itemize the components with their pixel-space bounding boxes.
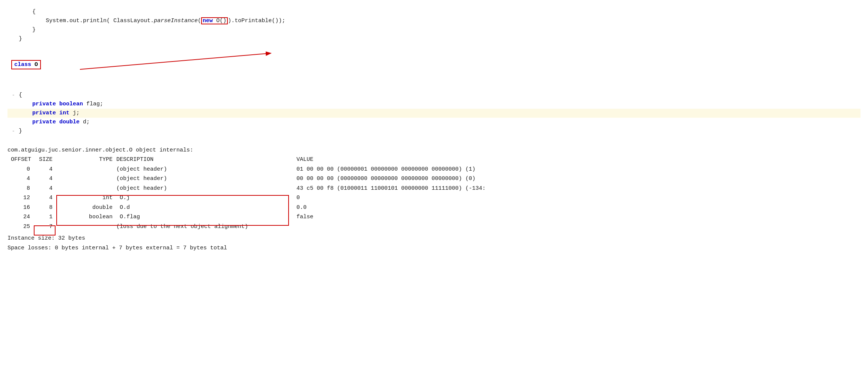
instance-size-line: Instance size: 32 bytes xyxy=(8,234,860,243)
desc-cell: (object header) xyxy=(116,165,296,174)
desc-cell: O.flag xyxy=(116,212,296,222)
size-cell: 4 xyxy=(34,165,56,174)
class-definition: - { private boolean flag; private int j;… xyxy=(8,87,860,140)
output-header: com.atguigu.juc.senior.inner.object.O ob… xyxy=(8,147,860,153)
space-losses-line: Space losses: 0 bytes internal + 7 bytes… xyxy=(8,243,860,253)
line-content: System.out.println( ClassLayout.parseIns… xyxy=(19,16,860,26)
offset-cell: 8 xyxy=(8,184,34,194)
size-cell: 4 xyxy=(34,193,56,203)
col-desc-header: DESCRIPTION xyxy=(116,155,296,165)
col-size-header: SIZE xyxy=(34,155,56,165)
desc-cell: O.d xyxy=(116,203,296,213)
type-cell: boolean xyxy=(56,212,116,222)
desc-cell: O.j xyxy=(116,193,296,203)
line-gutter: - xyxy=(8,127,15,135)
value-cell: 0.0 xyxy=(296,203,860,213)
code-line: } xyxy=(8,26,860,34)
line-content: private double d; xyxy=(19,118,860,127)
desc-cell: (object header) xyxy=(116,184,296,194)
type-cell xyxy=(56,184,116,194)
footer-text: Instance size: 32 bytes Space losses: 0 … xyxy=(8,234,860,253)
size-cell: 1 xyxy=(34,212,56,222)
type-cell xyxy=(56,165,116,174)
line-content: { xyxy=(19,91,860,100)
size-cell: 4 xyxy=(34,174,56,184)
svg-line-0 xyxy=(80,53,270,69)
type-cell: int xyxy=(56,193,116,203)
size-cell: 8 xyxy=(34,203,56,213)
output-col-headers: OFFSET SIZE TYPE DESCRIPTION VALUE xyxy=(8,155,860,165)
offset-cell: 16 xyxy=(8,203,34,213)
table-row-boxed: 16 8 double O.d 0.0 xyxy=(8,203,860,213)
code-line: - } xyxy=(8,127,860,136)
value-cell xyxy=(296,222,860,232)
offset-cell: 4 xyxy=(8,174,34,184)
line-content: } xyxy=(19,34,860,44)
code-line: private boolean flag; xyxy=(8,100,860,109)
code-line: { xyxy=(8,8,860,16)
size-cell: 7 xyxy=(34,222,56,232)
table-row: 0 4 (object header) 01 00 00 00 (0000000… xyxy=(8,165,860,174)
value-cell: 00 00 00 00 (00000000 00000000 00000000 … xyxy=(296,174,860,184)
value-cell: false xyxy=(296,212,860,222)
type-cell xyxy=(56,222,116,232)
offset-cell: 0 xyxy=(8,165,34,174)
code-line: } xyxy=(8,34,860,44)
class-keyword: class xyxy=(14,62,31,68)
line-content: { xyxy=(19,8,860,16)
table-row: 4 4 (object header) 00 00 00 00 (0000000… xyxy=(8,174,860,184)
offset-cell: 25 xyxy=(8,222,34,232)
table-row: 8 4 (object header) 43 c5 00 f8 (0100001… xyxy=(8,184,860,194)
type-cell xyxy=(56,174,116,184)
desc-cell: (loss due to the next object alignment) xyxy=(116,222,296,232)
offset-cell: 24 xyxy=(8,212,34,222)
output-header-text: com.atguigu.juc.senior.inner.object.O ob… xyxy=(8,147,193,153)
value-cell: 0 xyxy=(296,193,860,203)
code-line: - { xyxy=(8,91,860,100)
output-section: com.atguigu.juc.senior.inner.object.O ob… xyxy=(8,147,860,253)
col-offset-header: OFFSET xyxy=(8,155,34,165)
desc-cell: (object header) xyxy=(116,174,296,184)
code-line: private double d; xyxy=(8,118,860,127)
col-value-header: VALUE xyxy=(296,155,860,165)
value-cell: 01 00 00 00 (00000001 00000000 00000000 … xyxy=(296,165,860,174)
size-cell: 4 xyxy=(34,184,56,194)
class-o-label: class O xyxy=(11,60,41,69)
arrow-svg xyxy=(8,49,345,86)
code-line: System.out.println( ClassLayout.parseIns… xyxy=(8,16,860,26)
type-cell: double xyxy=(56,203,116,213)
code-area: { System.out.println( ClassLayout.parseI… xyxy=(8,4,860,47)
table-row-boxed: 24 1 boolean O.flag false xyxy=(8,212,860,222)
value-cell: 43 c5 00 f8 (01000011 11000101 00000000 … xyxy=(296,184,860,194)
table-row-boxed: 12 4 int O.j 0 xyxy=(8,193,860,203)
table-row-size-boxed: 25 7 (loss due to the next object alignm… xyxy=(8,222,860,232)
data-rows-container: 0 4 (object header) 01 00 00 00 (0000000… xyxy=(8,165,860,232)
annotation-container: class O xyxy=(8,49,860,82)
line-content: } xyxy=(19,127,860,136)
col-type-header: TYPE xyxy=(56,155,116,165)
line-content: private int j; xyxy=(19,109,860,118)
offset-cell: 12 xyxy=(8,193,34,203)
line-gutter: - xyxy=(8,91,15,99)
line-content: } xyxy=(19,26,860,34)
line-content: private boolean flag; xyxy=(19,100,860,109)
code-line-highlighted: private int j; xyxy=(8,109,860,118)
new-o-box: new O() xyxy=(201,17,228,24)
